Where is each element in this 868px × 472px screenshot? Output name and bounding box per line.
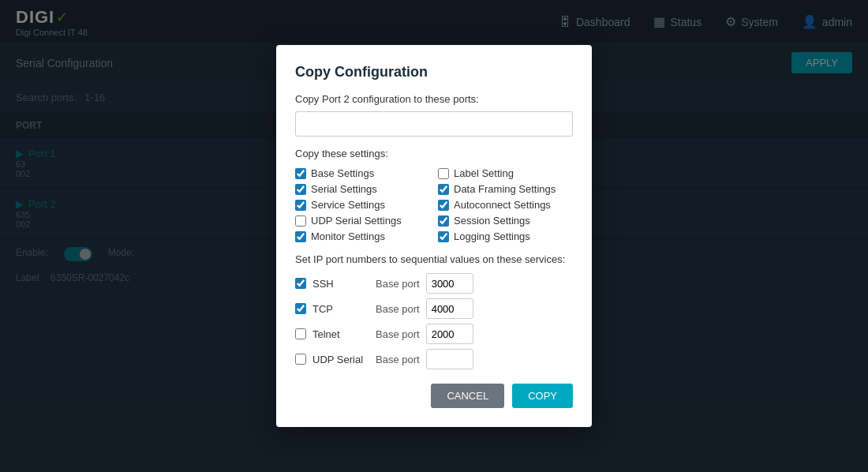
modal-title: Copy Configuration bbox=[295, 64, 573, 81]
checkbox-session-settings[interactable]: Session Settings bbox=[438, 215, 573, 227]
copy-config-modal: Copy Configuration Copy Port 2 configura… bbox=[276, 45, 592, 427]
checkbox-udpserial-settings[interactable]: UDP Serial Settings bbox=[295, 215, 430, 227]
settings-checkboxes: Base Settings Label Setting Serial Setti… bbox=[295, 167, 573, 242]
checkbox-telnet[interactable] bbox=[295, 328, 306, 339]
service-row-ssh: SSH Base port bbox=[295, 273, 573, 294]
service-row-telnet: Telnet Base port bbox=[295, 324, 573, 344]
checkbox-serial-settings[interactable]: Serial Settings bbox=[295, 183, 430, 195]
checkbox-autoconnect-input[interactable] bbox=[438, 200, 449, 211]
checkbox-base-settings[interactable]: Base Settings bbox=[295, 167, 430, 179]
checkbox-label-setting[interactable]: Label Setting bbox=[438, 167, 573, 179]
checkbox-monitor-label: Monitor Settings bbox=[311, 230, 385, 242]
service-udpserial-label: UDP Serial bbox=[312, 354, 369, 365]
checkbox-label-label: Label Setting bbox=[454, 167, 514, 179]
tcp-port-input[interactable] bbox=[426, 298, 473, 319]
checkbox-logging-label: Logging Settings bbox=[454, 230, 530, 242]
base-port-label-telnet: Base port bbox=[376, 328, 420, 340]
checkbox-logging-settings[interactable]: Logging Settings bbox=[438, 230, 573, 242]
service-row-udpserial: UDP Serial Base port bbox=[295, 349, 573, 369]
checkbox-logging-input[interactable] bbox=[438, 231, 449, 242]
checkbox-label-input[interactable] bbox=[438, 168, 449, 179]
checkbox-ssh[interactable] bbox=[295, 278, 306, 289]
modal-subtitle: Copy Port 2 configuration to these ports… bbox=[295, 93, 573, 105]
checkbox-autoconnect-label: Autoconnect Settings bbox=[454, 199, 551, 211]
ports-input[interactable] bbox=[295, 111, 573, 137]
settings-label: Copy these settings: bbox=[295, 148, 573, 159]
checkbox-udpserial2[interactable] bbox=[295, 354, 306, 365]
checkbox-udpserial-label: UDP Serial Settings bbox=[311, 215, 402, 227]
checkbox-service-label: Service Settings bbox=[311, 199, 385, 211]
checkbox-monitor-input[interactable] bbox=[295, 231, 306, 242]
ssh-port-input[interactable] bbox=[426, 273, 473, 294]
checkbox-dataframing-settings[interactable]: Data Framing Settings bbox=[438, 183, 573, 195]
checkbox-service-settings[interactable]: Service Settings bbox=[295, 199, 430, 211]
checkbox-serial-input[interactable] bbox=[295, 184, 306, 195]
base-port-label-udpserial: Base port bbox=[376, 354, 420, 365]
cancel-button[interactable]: CANCEL bbox=[431, 384, 504, 408]
checkbox-dataframing-label: Data Framing Settings bbox=[454, 183, 556, 195]
checkbox-service-input[interactable] bbox=[295, 200, 306, 211]
checkbox-tcp[interactable] bbox=[295, 303, 306, 314]
telnet-port-input[interactable] bbox=[426, 324, 473, 344]
service-row-tcp: TCP Base port bbox=[295, 298, 573, 319]
checkbox-session-input[interactable] bbox=[438, 215, 449, 227]
checkbox-base-label: Base Settings bbox=[311, 167, 374, 179]
base-port-label-ssh: Base port bbox=[376, 278, 420, 290]
base-port-label-tcp: Base port bbox=[376, 303, 420, 315]
udpserial-port-input[interactable] bbox=[426, 349, 473, 369]
modal-overlay: Copy Configuration Copy Port 2 configura… bbox=[0, 0, 868, 472]
modal-footer: CANCEL COPY bbox=[295, 384, 573, 408]
service-port-rows: SSH Base port TCP Base port Telnet Base … bbox=[295, 273, 573, 369]
checkbox-serial-label: Serial Settings bbox=[311, 183, 377, 195]
service-ssh-label: SSH bbox=[312, 278, 369, 290]
checkbox-autoconnect-settings[interactable]: Autoconnect Settings bbox=[438, 199, 573, 211]
checkbox-session-label: Session Settings bbox=[454, 215, 530, 227]
service-tcp-label: TCP bbox=[312, 303, 369, 315]
copy-button[interactable]: COPY bbox=[512, 384, 573, 408]
checkbox-udpserial-input[interactable] bbox=[295, 215, 306, 227]
service-telnet-label: Telnet bbox=[312, 328, 369, 340]
checkbox-dataframing-input[interactable] bbox=[438, 184, 449, 195]
checkbox-monitor-settings[interactable]: Monitor Settings bbox=[295, 230, 430, 242]
ip-section-label: Set IP port numbers to sequential values… bbox=[295, 253, 573, 265]
checkbox-base-input[interactable] bbox=[295, 168, 306, 179]
